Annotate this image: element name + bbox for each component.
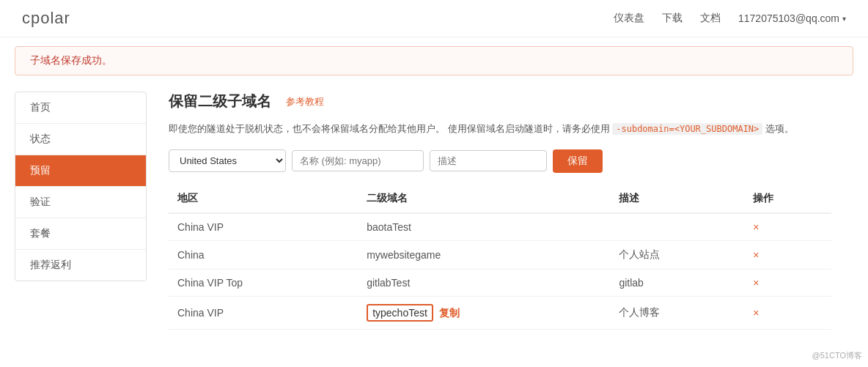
cell-region: China VIP (169, 296, 358, 329)
copy-button[interactable]: 复制 (439, 307, 460, 319)
sidebar-item-status[interactable]: 状态 (15, 124, 146, 155)
form-row: United States China China VIP China VIP … (169, 149, 831, 173)
content-area: 保留二级子域名 参考教程 即使您的隧道处于脱机状态，也不会将保留域名分配给其他用… (147, 92, 853, 330)
delete-button[interactable]: × (753, 221, 759, 233)
subdomain-highlighted: typechoTest (367, 304, 433, 322)
content-description: 即使您的隧道处于脱机状态，也不会将保留域名分配给其他用户。 使用保留域名启动隧道… (169, 120, 831, 138)
table-row: China VIPtypechoTest复制个人博客× (169, 296, 831, 329)
cell-region: China (169, 240, 358, 269)
cell-description: gitlab (610, 269, 744, 296)
table-row: Chinamywebsitegame个人站点× (169, 240, 831, 269)
nav-download[interactable]: 下载 (662, 12, 683, 25)
user-menu[interactable]: 1172075103@qq.com ▾ (738, 12, 846, 24)
table-row: China VIPbaotaTest× (169, 213, 831, 241)
logo: cpolar (22, 9, 70, 28)
desc-input[interactable] (430, 150, 547, 171)
cell-subdomain: gitlabTest (358, 269, 610, 296)
desc-code: -subdomain=<YOUR_SUBDOMAIN> (612, 123, 762, 135)
tutorial-link[interactable]: 参考教程 (286, 95, 324, 108)
header: cpolar 仪表盘 下载 文档 1172075103@qq.com ▾ (0, 0, 868, 37)
delete-button[interactable]: × (753, 307, 759, 319)
success-banner: 子域名保存成功。 (15, 46, 853, 75)
col-action: 操作 (744, 185, 831, 213)
delete-button[interactable]: × (753, 277, 759, 289)
chevron-down-icon: ▾ (842, 15, 846, 23)
save-button[interactable]: 保留 (553, 149, 603, 173)
table-row: China VIP TopgitlabTestgitlab× (169, 269, 831, 296)
cell-action: × (744, 213, 831, 241)
cell-subdomain: typechoTest复制 (358, 296, 610, 329)
sidebar-item-plan[interactable]: 套餐 (15, 218, 146, 250)
desc-text-1: 即使您的隧道处于脱机状态，也不会将保留域名分配给其他用户。 使用保留域名启动隧道… (169, 123, 610, 134)
col-description: 描述 (610, 185, 744, 213)
desc-text-2: 选项。 (765, 123, 794, 134)
region-select[interactable]: United States China China VIP China VIP … (169, 149, 286, 172)
content-header: 保留二级子域名 参考教程 (169, 92, 831, 111)
success-message: 子域名保存成功。 (30, 54, 112, 66)
subdomain-table: 地区 二级域名 描述 操作 China VIPbaotaTest×Chinamy… (169, 185, 831, 330)
table-header-row: 地区 二级域名 描述 操作 (169, 185, 831, 213)
sidebar-item-referral[interactable]: 推荐返利 (15, 250, 146, 281)
sidebar-item-home[interactable]: 首页 (15, 92, 146, 124)
col-region: 地区 (169, 185, 358, 213)
header-nav: 仪表盘 下载 文档 1172075103@qq.com ▾ (614, 12, 846, 25)
col-subdomain: 二级域名 (358, 185, 610, 213)
cell-description: 个人站点 (610, 240, 744, 269)
nav-dashboard[interactable]: 仪表盘 (614, 12, 644, 25)
name-input[interactable] (292, 150, 424, 171)
sidebar: 首页 状态 预留 验证 套餐 推荐返利 (15, 92, 147, 281)
cell-action: × (744, 296, 831, 329)
cell-action: × (744, 269, 831, 296)
cell-region: China VIP (169, 213, 358, 241)
main-container: 首页 状态 预留 验证 套餐 推荐返利 保留二级子域名 参考教程 即使您的隧道处… (0, 84, 868, 337)
sidebar-item-reserve[interactable]: 预留 (15, 155, 146, 187)
cell-action: × (744, 240, 831, 269)
page-title: 保留二级子域名 (169, 92, 271, 111)
cell-description: 个人博客 (610, 296, 744, 329)
cell-region: China VIP Top (169, 269, 358, 296)
sidebar-item-verify[interactable]: 验证 (15, 187, 146, 218)
cell-subdomain: baotaTest (358, 213, 610, 241)
user-email: 1172075103@qq.com (738, 12, 839, 24)
delete-button[interactable]: × (753, 249, 759, 261)
cell-subdomain: mywebsitegame (358, 240, 610, 269)
cell-description (610, 213, 744, 241)
nav-docs[interactable]: 文档 (700, 12, 721, 25)
